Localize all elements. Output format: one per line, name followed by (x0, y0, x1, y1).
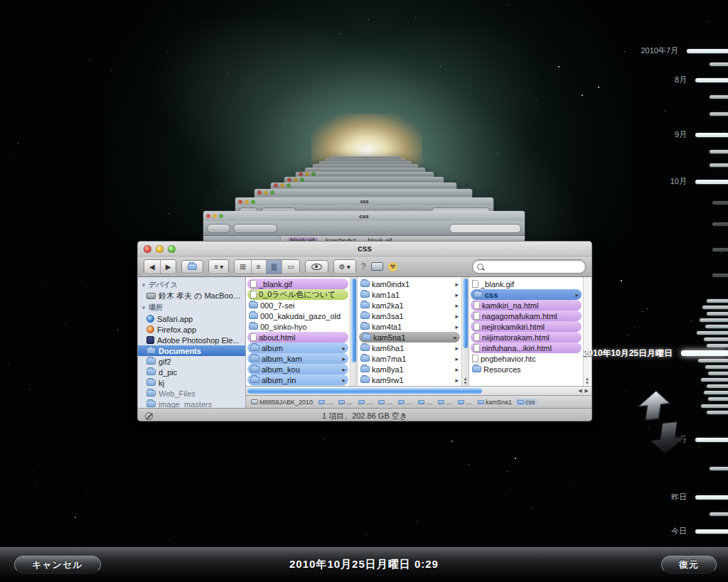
file-row-000-7-sei[interactable]: 000_7-sei (246, 300, 350, 311)
timeline-tick[interactable] (710, 150, 728, 153)
timeline-tick[interactable] (701, 404, 728, 408)
timeline-tick[interactable] (705, 365, 728, 369)
help-icon[interactable]: ? (361, 262, 366, 271)
sidebar-item-macbook-pro[interactable]: 鈴木 孝夫 の MacBook Pro (138, 291, 245, 301)
timeline-tick[interactable] (704, 338, 728, 341)
sidebar-item-image-masters[interactable]: image_masters (138, 399, 245, 408)
forward-button[interactable]: ▶ (161, 260, 176, 274)
file-row-blank-gif[interactable]: _blank.gif (469, 279, 583, 289)
file-row-kam6ha1[interactable]: kam6ha1▸ (358, 343, 461, 353)
file-row-about-html[interactable]: about.html (247, 332, 348, 343)
back-button[interactable]: ◀ (144, 260, 161, 274)
file-row-0-0[interactable]: 0_0ラベル色について (247, 289, 348, 300)
horizontal-scrollbar[interactable]: ◀ ▶ (246, 386, 592, 395)
path-segment-item[interactable]: … (316, 399, 335, 406)
scroll-arrows-icon[interactable]: ◀ ▶ (578, 388, 589, 394)
file-row-blank-gif[interactable]: _blank.gif (247, 279, 348, 289)
timeline-tick[interactable] (704, 391, 728, 394)
sidebar-item-firefox-app[interactable]: Firefox.app (138, 324, 245, 335)
scroll-arrows-icon[interactable]: ▲▼ (462, 377, 469, 385)
column-view-button[interactable]: ||| (267, 260, 283, 274)
file-row-kam1a1[interactable]: kam1a1▸ (358, 289, 461, 300)
file-row-000-kakudai-gazo-old[interactable]: 000_kakudai_gazo_old (246, 311, 350, 321)
sidebar-item-safari-app[interactable]: Safari.app (138, 313, 245, 324)
timeline-tick[interactable] (695, 78, 728, 82)
sidebar-item-d-pic[interactable]: d_pic (138, 367, 245, 377)
file-row-nejirokamikiri-html[interactable]: nejirokamikiri.html (471, 321, 582, 332)
restore-button[interactable]: 復元 (661, 556, 717, 573)
path-segment-item[interactable]: … (456, 399, 474, 406)
path-segment-item[interactable]: … (396, 399, 414, 406)
coverflow-view-button[interactable]: ▭ (282, 260, 299, 274)
timeline-back-arrow[interactable] (631, 387, 676, 423)
column-3-scrollbar[interactable]: ▲▼ (583, 277, 591, 386)
timeline-tick[interactable] (710, 112, 728, 116)
scroll-thumb[interactable] (351, 279, 356, 362)
timeline-tick[interactable] (707, 312, 728, 316)
search-input[interactable] (486, 261, 585, 272)
timeline-tick[interactable] (712, 248, 728, 252)
timeline-tick[interactable] (695, 438, 728, 442)
file-row-album[interactable]: album▸ (247, 343, 348, 353)
external-drive-icon[interactable] (371, 262, 383, 271)
burn-icon[interactable]: ☢ (388, 262, 397, 271)
disclosure-triangle-icon[interactable]: ▼ (141, 305, 146, 311)
sidebar-item-adobe-photoshop-ele[interactable]: Adobe Photoshop Ele... (138, 335, 245, 345)
file-row-kam9rw1[interactable]: kam9rw1▸ (358, 374, 461, 385)
file-row-00-sinko-hyo[interactable]: 00_sinko-hyo (246, 321, 350, 332)
scroll-arrows-icon[interactable]: ▲▼ (584, 377, 591, 385)
timeline-tick[interactable] (712, 222, 728, 226)
scroll-thumb[interactable] (247, 388, 482, 394)
file-row-kam3sa1[interactable]: kam3sa1▸ (358, 311, 461, 321)
file-row-niijimatorakam-html[interactable]: niijimatorakam.html (471, 332, 582, 343)
file-row-kam5na1[interactable]: kam5na1▸ (359, 332, 460, 343)
file-row-resources[interactable]: Resources (469, 364, 583, 374)
timeline-tick[interactable] (707, 411, 728, 414)
file-row-kam0indx1[interactable]: kam0indx1▸ (358, 279, 461, 289)
search-field[interactable] (472, 259, 586, 274)
timeline-tick[interactable] (707, 344, 728, 347)
path-segment-item[interactable]: … (436, 399, 454, 406)
timeline-tick[interactable] (702, 306, 728, 309)
file-row-kam2ka1[interactable]: kam2ka1▸ (358, 300, 461, 311)
file-row-album-kam[interactable]: album_kam▸ (247, 353, 348, 364)
timeline-tick[interactable] (708, 397, 728, 401)
timeline-tick[interactable] (705, 325, 728, 328)
timeline-tick[interactable] (695, 529, 728, 534)
sidebar-item-web-files[interactable]: Web_Files (138, 388, 245, 399)
scroll-thumb[interactable] (463, 279, 468, 348)
timeline-tick[interactable] (710, 467, 728, 470)
timeline-tick[interactable] (700, 318, 728, 322)
new-folder-button[interactable] (181, 260, 203, 274)
file-row-css[interactable]: css▸ (471, 289, 582, 300)
timeline-tick[interactable] (697, 331, 728, 335)
file-row-ninfuhana-ikiri-html[interactable]: ninfuhana...ikiri.html (471, 343, 582, 353)
icon-view-button[interactable]: ⊞ (235, 260, 251, 274)
sidebar-item-documents[interactable]: Documents (138, 345, 245, 356)
column-1-scrollbar[interactable] (350, 277, 358, 386)
action-gear-button[interactable]: ⚙ ▾ (334, 260, 355, 274)
file-row-kamikiri-na-html[interactable]: kamikiri_na.html (471, 300, 582, 311)
timeline-tick[interactable] (708, 372, 728, 375)
timeline-tick[interactable] (695, 495, 728, 500)
timeline-tick[interactable] (695, 133, 728, 137)
path-segment-m8858jabk-2010[interactable]: M8858JABK_2010 (249, 399, 315, 406)
arrange-menu-button[interactable]: ≡ ▾ (209, 260, 228, 274)
path-segment-css[interactable]: css (515, 399, 537, 406)
file-row-album-kou[interactable]: album_kou▸ (247, 364, 348, 374)
file-row-kam8ya1[interactable]: kam8ya1▸ (358, 364, 461, 374)
timeline-forward-arrow[interactable] (643, 419, 692, 458)
timeline-tick[interactable] (695, 180, 728, 184)
timeline-tick[interactable] (710, 163, 728, 167)
timeline-tick[interactable] (710, 63, 728, 66)
timeline-tick[interactable] (701, 378, 728, 382)
timeline-tick[interactable] (710, 512, 728, 516)
timeline-tick[interactable] (712, 274, 728, 277)
timeline-tick[interactable] (707, 384, 728, 388)
file-row-kam7ma1[interactable]: kam7ma1▸ (358, 353, 461, 364)
timeline-tick[interactable] (710, 95, 728, 99)
timeline-tick[interactable] (707, 299, 728, 303)
file-row-album-rin[interactable]: album_rin▸ (247, 374, 348, 385)
file-row-kam4ta1[interactable]: kam4ta1▸ (358, 321, 461, 332)
path-segment-item[interactable]: … (416, 399, 434, 406)
